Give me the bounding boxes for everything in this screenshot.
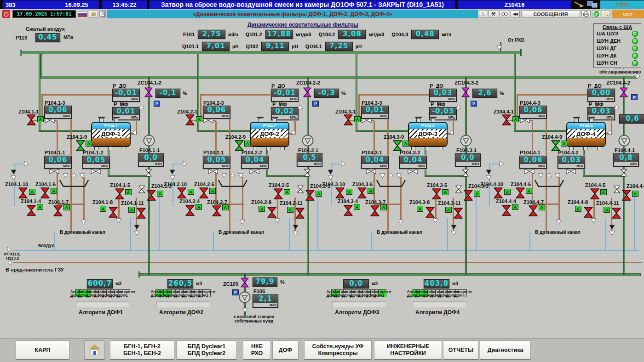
zc105-valve[interactable] bbox=[241, 277, 249, 288]
auto-badge[interactable]: A bbox=[196, 116, 202, 122]
filter-vessel[interactable]: E104.4 ДОФ-4 bbox=[566, 122, 606, 147]
zc-valve[interactable] bbox=[303, 86, 311, 98]
auto-badge[interactable]: A bbox=[442, 189, 448, 195]
rewind-icon[interactable]: ◀◀ bbox=[511, 10, 520, 18]
auto-badge[interactable]: A bbox=[512, 204, 518, 210]
z8-valve[interactable] bbox=[108, 207, 118, 218]
z10-valve[interactable] bbox=[18, 187, 28, 198]
refresh-icon[interactable]: ⟳ bbox=[592, 10, 600, 18]
auto-badge[interactable]: A bbox=[632, 191, 638, 197]
nav-bpd-dyclear[interactable]: БПД Dyclear1БПД Dyclear2 bbox=[176, 340, 237, 360]
auto-badge[interactable]: A bbox=[354, 204, 360, 210]
auto-badge[interactable]: A bbox=[526, 188, 532, 194]
z7-valve[interactable] bbox=[528, 205, 538, 216]
z1-valve[interactable] bbox=[343, 114, 353, 125]
z7-valve[interactable] bbox=[53, 205, 63, 216]
user-label[interactable]: user bbox=[612, 10, 644, 18]
auto-badge[interactable]: A bbox=[125, 189, 132, 195]
z5-valve[interactable] bbox=[590, 188, 600, 199]
auto-badge[interactable]: A bbox=[86, 141, 92, 147]
auto-badge[interactable]: A bbox=[63, 204, 70, 210]
z6-valve[interactable] bbox=[357, 187, 367, 198]
auto-badge[interactable]: A bbox=[188, 189, 194, 195]
algo-step-cell[interactable]: Алгоритм ДОФ1 bbox=[122, 289, 130, 297]
z4-valve[interactable] bbox=[26, 205, 36, 216]
printer-icon[interactable] bbox=[581, 10, 591, 18]
auto-badge[interactable]: A bbox=[287, 207, 293, 213]
auto-badge[interactable]: A bbox=[561, 141, 567, 147]
z8-valve[interactable] bbox=[267, 207, 277, 218]
z6-valve[interactable] bbox=[40, 187, 50, 198]
zc-valve[interactable] bbox=[144, 86, 153, 98]
z1-valve[interactable] bbox=[501, 114, 512, 125]
auto-badge[interactable]: A bbox=[51, 188, 57, 194]
nav-own-needs[interactable]: Собств.нужды УФКомпрессоры bbox=[304, 340, 372, 360]
z11-valve[interactable] bbox=[453, 208, 463, 219]
auto-badge[interactable]: A bbox=[368, 188, 374, 194]
reg-badge[interactable]: P bbox=[312, 101, 319, 107]
auto-badge[interactable]: A bbox=[316, 191, 322, 197]
z10-valve[interactable] bbox=[177, 187, 187, 198]
z11-valve[interactable] bbox=[295, 208, 305, 219]
z4-valve[interactable] bbox=[343, 205, 353, 216]
z11-valve[interactable] bbox=[136, 208, 146, 219]
z8-valve[interactable] bbox=[583, 207, 593, 218]
nav-reports[interactable]: ОТЧЁТЫ bbox=[443, 340, 479, 360]
zc-valve[interactable] bbox=[620, 86, 628, 98]
algo-step-cell[interactable]: Алгоритм ДОФ2 bbox=[202, 289, 211, 297]
z7-valve[interactable] bbox=[370, 205, 380, 216]
reg-badge[interactable]: P bbox=[232, 289, 239, 295]
auto-badge[interactable]: A bbox=[402, 141, 409, 147]
auto-badge[interactable]: A bbox=[575, 206, 581, 212]
auto-badge[interactable]: A bbox=[157, 191, 163, 197]
auto-badge[interactable]: A bbox=[244, 141, 251, 147]
search-icon[interactable] bbox=[602, 10, 610, 18]
nav-diagnostics[interactable]: Диагностика bbox=[480, 340, 531, 360]
nav-engineering[interactable]: ИНЖЕНЕРНЫЕНАСТРОЙКИ bbox=[374, 340, 442, 360]
z4-valve[interactable] bbox=[501, 205, 512, 216]
auto-badge[interactable]: A bbox=[37, 116, 44, 122]
nav-nke-rho[interactable]: НКЕРХО bbox=[243, 340, 271, 360]
auto-badge[interactable]: A bbox=[222, 204, 229, 210]
nav-home[interactable] bbox=[84, 340, 105, 360]
auto-badge[interactable]: A bbox=[100, 206, 106, 212]
z6-valve[interactable] bbox=[515, 187, 525, 198]
messages-button[interactable]: СООБЩЕНИЯ bbox=[521, 10, 580, 18]
reg-badge[interactable]: P bbox=[631, 94, 638, 100]
auto-badge[interactable]: A bbox=[259, 206, 265, 212]
z1-valve[interactable] bbox=[185, 114, 195, 125]
z10-valve[interactable] bbox=[493, 187, 503, 198]
auto-badge[interactable]: A bbox=[445, 207, 452, 213]
reg-badge[interactable]: P bbox=[154, 101, 160, 107]
auto-badge[interactable]: A bbox=[512, 116, 519, 122]
z3-valve[interactable] bbox=[305, 190, 315, 201]
mail-icon[interactable]: ✉ bbox=[89, 10, 98, 18]
z3-valve[interactable] bbox=[463, 190, 473, 201]
z3-valve[interactable] bbox=[146, 190, 156, 201]
filter-vessel[interactable]: E104.2 ДОФ-2 bbox=[250, 122, 289, 147]
s-button[interactable]: S bbox=[479, 10, 487, 18]
filter-vessel[interactable]: E104.3 ДОФ-3 bbox=[408, 122, 448, 147]
flag-ru-icon[interactable] bbox=[78, 11, 87, 17]
alarm-message[interactable]: Затвор на сбросе водо-воздушной смеси из… bbox=[150, 0, 455, 9]
auto-badge[interactable]: A bbox=[380, 204, 387, 210]
network-icon[interactable] bbox=[587, 1, 598, 8]
auto-badge[interactable]: A bbox=[128, 207, 135, 213]
z11-valve[interactable] bbox=[611, 208, 621, 219]
broom-icon[interactable] bbox=[574, 1, 585, 8]
auto-badge[interactable]: A bbox=[604, 207, 610, 213]
z5-valve[interactable] bbox=[273, 188, 283, 199]
z8-valve[interactable] bbox=[425, 207, 435, 218]
auto-badge[interactable]: A bbox=[539, 204, 545, 210]
auto-badge[interactable]: A bbox=[600, 189, 607, 195]
auto-badge[interactable]: A bbox=[417, 206, 423, 212]
auto-badge[interactable]: A bbox=[346, 189, 352, 195]
auto-badge[interactable]: A bbox=[504, 189, 511, 195]
algo-step-cell[interactable]: Алгоритм ДОФ3 bbox=[378, 289, 386, 297]
auto-badge[interactable]: A bbox=[474, 191, 480, 197]
nav-karp[interactable]: КАРП bbox=[16, 340, 69, 360]
auto-badge[interactable]: A bbox=[196, 204, 202, 210]
auto-badge[interactable]: A bbox=[29, 189, 35, 195]
auto-badge[interactable]: A bbox=[354, 116, 361, 122]
wrench-icon[interactable]: ⚒ bbox=[489, 10, 498, 18]
